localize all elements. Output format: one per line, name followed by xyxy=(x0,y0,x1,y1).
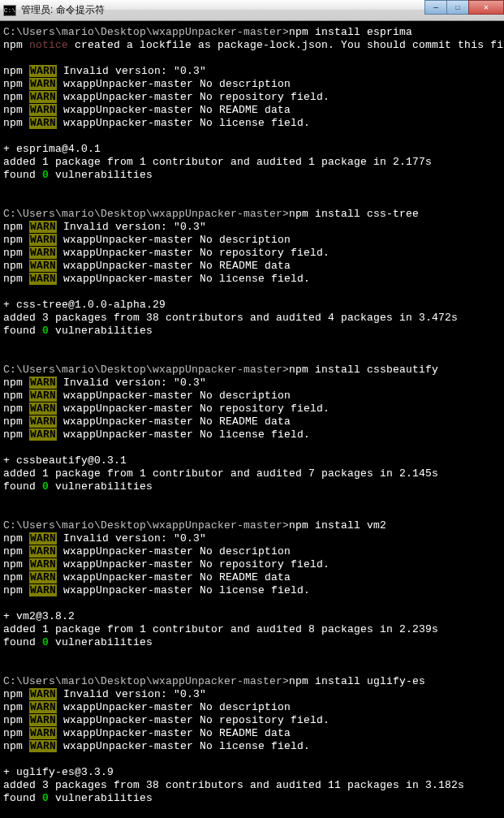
found-label: found xyxy=(3,636,42,648)
npm-label: npm xyxy=(3,78,23,90)
found-label: found xyxy=(3,325,42,337)
npm-warn-line: npm WARN Invalid version: "0.3" xyxy=(3,532,501,545)
warn-label: WARN xyxy=(29,415,57,428)
blank-line xyxy=(3,662,501,675)
maximize-button[interactable]: ☐ xyxy=(446,0,469,15)
npm-label: npm xyxy=(3,701,23,713)
npm-warn-line: npm WARN wxappUnpacker-master No README … xyxy=(3,727,501,740)
warn-text: wxappUnpacker-master No repository field… xyxy=(57,91,330,103)
added-summary: added 3 packages from 38 contributors an… xyxy=(3,779,501,792)
installed-package: + cssbeautify@0.3.1 xyxy=(3,454,501,467)
vuln-text: vulnerabilities xyxy=(49,636,153,648)
npm-label: npm xyxy=(3,545,23,558)
blank-line xyxy=(3,441,501,454)
prompt-line: C:\Users\mario\Desktop\wxappUnpacker-mas… xyxy=(3,519,501,532)
npm-warn-line: npm WARN wxappUnpacker-master No README … xyxy=(3,104,501,117)
warn-label: WARN xyxy=(29,260,57,272)
npm-warn-line: npm WARN wxappUnpacker-master No license… xyxy=(3,740,501,753)
warn-text: wxappUnpacker-master No README data xyxy=(57,727,291,739)
blank-line xyxy=(3,597,501,610)
prompt-line: C:\Users\mario\Desktop\wxappUnpacker-mas… xyxy=(3,208,501,221)
npm-warn-line: npm WARN wxappUnpacker-master No descrip… xyxy=(3,78,501,91)
added-summary: added 1 package from 1 contributor and a… xyxy=(3,467,501,480)
cmd-icon: C:\ xyxy=(3,5,16,16)
command-text: npm install css-tree xyxy=(289,208,419,220)
warn-text: wxappUnpacker-master No description xyxy=(57,545,291,558)
window-buttons: ☐ xyxy=(425,0,504,15)
warn-label: WARN xyxy=(29,273,57,285)
npm-warn-line: npm WARN wxappUnpacker-master No reposit… xyxy=(3,558,501,571)
warn-text: wxappUnpacker-master No repository field… xyxy=(57,558,330,570)
vuln-count: 0 xyxy=(42,325,49,337)
npm-notice-line: npm notice created a lockfile as package… xyxy=(3,39,501,52)
warn-label: WARN xyxy=(29,532,57,545)
blank-line xyxy=(3,506,501,519)
notice-text: created a lockfile as package-lock.json.… xyxy=(68,39,504,51)
npm-label: npm xyxy=(3,571,23,583)
warn-text: wxappUnpacker-master No README data xyxy=(57,415,291,428)
npm-warn-line: npm WARN wxappUnpacker-master No license… xyxy=(3,428,501,441)
warn-text: Invalid version: "0.3" xyxy=(57,221,206,233)
added-summary: added 3 packages from 38 contributors an… xyxy=(3,312,501,325)
npm-warn-line: npm WARN wxappUnpacker-master No descrip… xyxy=(3,234,501,247)
npm-warn-line: npm WARN Invalid version: "0.3" xyxy=(3,377,501,390)
vuln-count: 0 xyxy=(42,480,49,493)
npm-label: npm xyxy=(3,104,23,116)
warn-label: WARN xyxy=(29,234,57,246)
notice-label: notice xyxy=(29,39,68,51)
npm-label: npm xyxy=(3,584,23,596)
installed-package: + vm2@3.8.2 xyxy=(3,610,501,623)
npm-warn-line: npm WARN wxappUnpacker-master No README … xyxy=(3,260,501,273)
warn-label: WARN xyxy=(29,727,57,739)
npm-label: npm xyxy=(3,247,23,259)
found-vulnerabilities: found 0 vulnerabilities xyxy=(3,480,501,493)
npm-warn-line: npm WARN Invalid version: "0.3" xyxy=(3,221,501,234)
installed-package: + esprima@4.0.1 xyxy=(3,143,501,156)
vuln-count: 0 xyxy=(42,169,49,181)
warn-label: WARN xyxy=(29,117,57,129)
warn-label: WARN xyxy=(29,584,57,596)
blank-line xyxy=(3,286,501,299)
blank-line xyxy=(3,182,501,195)
npm-label: npm xyxy=(3,740,23,752)
warn-text: wxappUnpacker-master No description xyxy=(57,701,291,713)
warn-label: WARN xyxy=(29,545,57,558)
prompt-path: C:\Users\mario\Desktop\wxappUnpacker-mas… xyxy=(3,364,289,376)
npm-warn-line: npm WARN wxappUnpacker-master No descrip… xyxy=(3,701,501,714)
warn-label: WARN xyxy=(29,221,57,233)
warn-text: wxappUnpacker-master No license field. xyxy=(57,273,310,285)
found-label: found xyxy=(3,169,42,181)
minimize-button[interactable] xyxy=(424,0,447,15)
warn-label: WARN xyxy=(29,377,57,389)
warn-label: WARN xyxy=(29,571,57,583)
warn-label: WARN xyxy=(29,701,57,713)
prompt-line: C:\Users\mario\Desktop\wxappUnpacker-mas… xyxy=(3,675,501,688)
warn-label: WARN xyxy=(29,740,57,752)
npm-label: npm xyxy=(3,428,23,441)
npm-label: npm xyxy=(3,260,23,272)
warn-label: WARN xyxy=(29,65,57,77)
blank-line xyxy=(3,338,501,351)
warn-text: wxappUnpacker-master No repository field… xyxy=(57,403,330,415)
blank-line xyxy=(3,52,501,65)
warn-text: wxappUnpacker-master No license field. xyxy=(57,740,310,752)
warn-text: wxappUnpacker-master No description xyxy=(57,390,291,402)
vuln-text: vulnerabilities xyxy=(49,169,153,181)
warn-label: WARN xyxy=(29,390,57,402)
npm-label: npm xyxy=(3,234,23,246)
npm-label: npm xyxy=(3,558,23,570)
command-text: npm install cssbeautify xyxy=(289,364,438,376)
close-button[interactable] xyxy=(468,0,504,15)
cmd-icon-glyph: C:\ xyxy=(4,7,15,14)
warn-text: wxappUnpacker-master No repository field… xyxy=(57,714,330,726)
warn-label: WARN xyxy=(29,714,57,726)
npm-warn-line: npm WARN wxappUnpacker-master No reposit… xyxy=(3,91,501,104)
found-vulnerabilities: found 0 vulnerabilities xyxy=(3,792,501,805)
console-output[interactable]: C:\Users\mario\Desktop\wxappUnpacker-mas… xyxy=(0,21,504,818)
warn-text: Invalid version: "0.3" xyxy=(57,377,206,389)
found-label: found xyxy=(3,480,42,493)
npm-warn-line: npm WARN wxappUnpacker-master No reposit… xyxy=(3,714,501,727)
prompt-path: C:\Users\mario\Desktop\wxappUnpacker-mas… xyxy=(3,675,289,687)
npm-label: npm xyxy=(3,273,23,285)
warn-label: WARN xyxy=(29,91,57,103)
